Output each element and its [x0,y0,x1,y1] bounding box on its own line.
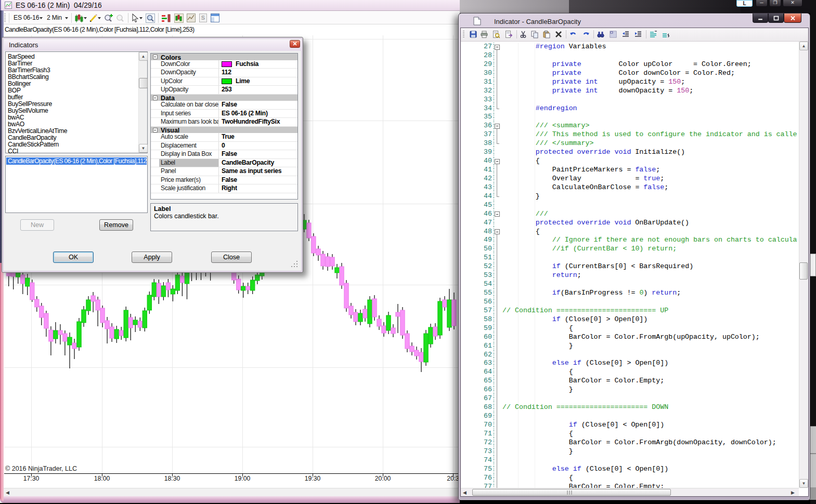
svg-text:S: S [201,15,205,21]
